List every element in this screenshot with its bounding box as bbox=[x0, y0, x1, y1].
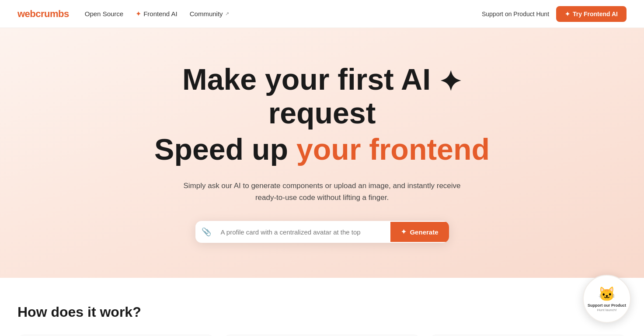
hero-title-line2: Speed up your frontend bbox=[154, 133, 490, 166]
generate-button[interactable]: ✦ Generate bbox=[390, 222, 449, 242]
try-button[interactable]: ✦ Try Frontend AI bbox=[556, 6, 627, 22]
step-card-2: 2 Customize your design bbox=[223, 334, 421, 336]
nav-left: webcrumbs Open Source ✦ Frontend AI Comm… bbox=[17, 8, 229, 20]
frontend-ai-label: Frontend AI bbox=[143, 10, 178, 18]
navbar: webcrumbs Open Source ✦ Frontend AI Comm… bbox=[0, 0, 644, 28]
hero-line1-part2: request bbox=[268, 96, 376, 130]
step-card-1: 1 Ask AI for a Component bbox=[17, 334, 215, 336]
nav-community[interactable]: Community ↗ bbox=[190, 10, 229, 18]
try-label: Try Frontend AI bbox=[573, 10, 618, 18]
nav-right: Support on Product Hunt ✦ Try Frontend A… bbox=[482, 6, 627, 22]
how-section: How does it work? 1 Ask AI for a Compone… bbox=[0, 278, 644, 336]
hero-section: Make your first AI ✦ request Speed up yo… bbox=[0, 28, 644, 278]
hero-frontend-highlight: your frontend bbox=[296, 133, 490, 166]
external-link-icon: ↗ bbox=[225, 11, 229, 17]
prompt-input[interactable] bbox=[217, 222, 391, 242]
how-title: How does it work? bbox=[17, 304, 627, 320]
ph-badge-text-line1: Support our Product bbox=[588, 303, 626, 308]
hero-line2-part1: Speed up bbox=[154, 133, 288, 166]
ph-badge-text-line2: Hunt launch! bbox=[597, 308, 617, 312]
step-card-3: 3 Integrate generated code bbox=[429, 334, 627, 336]
generate-sparkle-icon: ✦ bbox=[401, 228, 407, 236]
attach-icon[interactable]: 📎 bbox=[195, 221, 217, 243]
hero-line1-part1: Make your first AI bbox=[182, 63, 431, 96]
nav-open-source[interactable]: Open Source bbox=[85, 10, 123, 18]
hero-title-line1: Make your first AI ✦ request bbox=[125, 63, 519, 130]
open-source-label: Open Source bbox=[85, 10, 123, 18]
hero-sparkle-icon: ✦ bbox=[439, 67, 462, 97]
community-label: Community bbox=[190, 10, 223, 18]
logo[interactable]: webcrumbs bbox=[17, 8, 69, 20]
support-link[interactable]: Support on Product Hunt bbox=[482, 10, 549, 18]
generate-label: Generate bbox=[410, 228, 438, 236]
nav-frontend-ai[interactable]: ✦ Frontend AI bbox=[136, 10, 178, 18]
hero-description: Simply ask our AI to generate components… bbox=[182, 180, 462, 203]
try-sparkle-icon: ✦ bbox=[565, 10, 570, 18]
product-hunt-badge[interactable]: 🐱 Support our Product Hunt launch! bbox=[583, 275, 631, 323]
frontend-ai-icon: ✦ bbox=[136, 10, 141, 18]
ph-cat-emoji: 🐱 bbox=[598, 286, 616, 302]
prompt-box: 📎 ✦ Generate bbox=[195, 221, 449, 243]
steps-grid: 1 Ask AI for a Component 2 Customize you… bbox=[17, 334, 627, 336]
nav-links: Open Source ✦ Frontend AI Community ↗ bbox=[85, 10, 229, 18]
